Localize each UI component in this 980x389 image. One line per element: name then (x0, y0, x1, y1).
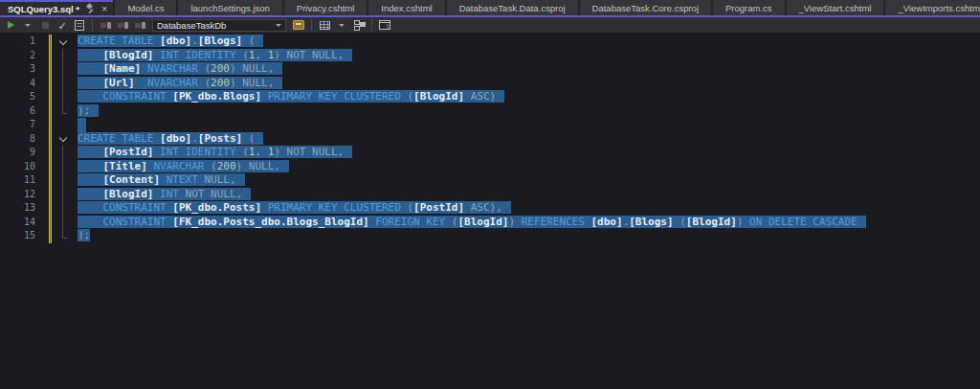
modified-indicator (49, 34, 52, 49)
disconnect-button[interactable] (115, 18, 130, 32)
code-line-1[interactable]: 1CREATE TABLE [dbo].[Blogs] ( (0, 34, 980, 49)
tab-label: SQLQuery3.sql * (8, 4, 79, 14)
code-line-6[interactable]: 6); (0, 104, 980, 119)
change-connection-icon (135, 21, 145, 30)
line-number: 9 (0, 146, 44, 160)
code-line-3[interactable]: 3 [Name] NVARCHAR (200) NULL, (0, 62, 980, 77)
change-tracking-bar (44, 173, 56, 188)
results-options-dropdown[interactable] (334, 18, 349, 32)
toolbar-separator (311, 19, 312, 31)
line-number: 8 (0, 132, 44, 147)
tab-viewstart-cshtml[interactable]: _ViewStart.cshtml (787, 0, 884, 15)
tab-label: Index.cshtml (381, 3, 432, 13)
code-line-14[interactable]: 14 CONSTRAINT [FK_dbo.Posts_dbo.Blogs_Bl… (0, 216, 980, 230)
tab-viewimports-cshtml[interactable]: _ViewImports.cshtml (885, 0, 980, 15)
change-tracking-bar (44, 104, 56, 119)
fold-collapse-icon[interactable] (56, 34, 71, 49)
tab-launchsettings-json[interactable]: launchSettings.json (178, 0, 281, 15)
chevron-down-icon (276, 24, 281, 27)
change-tracking-bar (44, 62, 56, 77)
tab-databasetask-data-csproj[interactable]: DatabaseTask.Data.csproj (447, 0, 578, 15)
change-tracking-bar (44, 216, 56, 230)
selection-highlight: CREATE TABLE [dbo].[Blogs] ( (78, 34, 263, 47)
database-selector-value: DatabaseTaskDb (157, 20, 276, 31)
selection-highlight: [PostId] INT IDENTITY (1, 1) NOT NULL, (78, 146, 352, 158)
cancel-query-button[interactable] (37, 18, 53, 32)
code-line-13[interactable]: 13 CONSTRAINT [PK_dbo.Posts] PRIMARY KEY… (0, 201, 980, 216)
fold-guide (56, 216, 71, 230)
database-selector[interactable]: DatabaseTaskDb (152, 19, 286, 32)
line-number: 15 (0, 229, 44, 243)
tab-sqlquery3-sql[interactable]: SQLQuery3.sql *× (0, 0, 113, 15)
selection-highlight: [Content] NTEXT NULL, (78, 173, 245, 186)
modified-indicator (49, 49, 52, 63)
parse-query-button[interactable] (55, 18, 70, 32)
change-tracking-bar (44, 201, 56, 216)
fold-guide (56, 104, 71, 119)
code-text (71, 118, 86, 132)
tab-databasetask-core-csproj[interactable]: DatabaseTask.Core.csproj (580, 0, 711, 15)
code-line-12[interactable]: 12 [BlogId] INT NOT NULL, (0, 188, 980, 202)
tab-privacy-cshtml[interactable]: Privacy.cshtml (284, 0, 368, 15)
code-line-15[interactable]: 15); (0, 229, 980, 243)
selection-highlight: [Title] NVARCHAR (200) NULL, (78, 160, 289, 172)
modified-indicator (49, 132, 52, 147)
line-number: 11 (0, 173, 44, 188)
fold-collapse-icon[interactable] (56, 132, 71, 147)
connect-icon (100, 21, 111, 30)
stop-icon (42, 22, 49, 29)
connect-button[interactable] (98, 18, 113, 32)
code-editor[interactable]: 1CREATE TABLE [dbo].[Blogs] (2 [BlogId] … (0, 33, 980, 387)
line-number: 5 (0, 90, 44, 104)
disconnect-icon (118, 21, 128, 30)
query-options-button[interactable] (72, 18, 87, 32)
code-line-2[interactable]: 2 [BlogId] INT IDENTITY (1, 1) NOT NULL, (0, 49, 980, 63)
code-line-7[interactable]: 7 (0, 118, 980, 132)
pin-icon[interactable] (86, 4, 96, 13)
change-connection-button[interactable] (132, 18, 147, 32)
change-tracking-bar (44, 77, 56, 91)
database-icon (293, 20, 304, 30)
selection-highlight: CONSTRAINT [PK_dbo.Blogs] PRIMARY KEY CL… (78, 90, 504, 103)
open-database-button[interactable] (291, 18, 306, 32)
code-text: CONSTRAINT [PK_dbo.Blogs] PRIMARY KEY CL… (71, 90, 504, 104)
execute-button[interactable] (3, 18, 18, 32)
selection-highlight: [Name] NVARCHAR (200) NULL, (78, 62, 282, 75)
fold-guide (56, 146, 71, 160)
tab-label: Model.cs (127, 3, 164, 13)
tab-model-cs[interactable]: Model.cs (115, 0, 176, 15)
code-line-10[interactable]: 10 [Title] NVARCHAR (200) NULL, (0, 160, 980, 174)
code-line-9[interactable]: 9 [PostId] INT IDENTITY (1, 1) NOT NULL, (0, 146, 980, 160)
checkmark-icon (57, 16, 66, 34)
change-tracking-bar (44, 118, 56, 132)
fold-guide (56, 229, 71, 243)
toolbar-separator (92, 19, 93, 31)
close-icon[interactable]: × (101, 4, 107, 13)
change-tracking-bar (44, 160, 56, 174)
modified-indicator (49, 146, 52, 160)
code-text: [Title] NVARCHAR (200) NULL, (71, 160, 289, 174)
execute-options-dropdown[interactable] (20, 18, 35, 32)
code-line-4[interactable]: 4 [Url] NVARCHAR (200) NULL, (0, 77, 980, 91)
fold-guide (56, 49, 71, 63)
code-line-5[interactable]: 5 CONSTRAINT [PK_dbo.Blogs] PRIMARY KEY … (0, 90, 980, 104)
change-tracking-bar (44, 49, 56, 63)
tab-label: Privacy.cshtml (297, 3, 355, 13)
fold-guide (56, 118, 71, 132)
line-number: 14 (0, 216, 44, 230)
execution-plan-button[interactable] (351, 18, 367, 32)
code-line-11[interactable]: 11 [Content] NTEXT NULL, (0, 173, 980, 188)
code-text: [PostId] INT IDENTITY (1, 1) NOT NULL, (71, 146, 352, 160)
results-grid-icon (320, 21, 330, 30)
query-window-options-button[interactable] (377, 18, 392, 32)
code-line-8[interactable]: 8CREATE TABLE [dbo].[Posts] ( (0, 132, 980, 147)
line-number: 2 (0, 49, 44, 63)
modified-indicator (49, 118, 52, 132)
tab-label: _ViewImports.cshtml (898, 3, 980, 13)
modified-indicator (49, 188, 52, 202)
results-to-grid-button[interactable] (317, 18, 332, 32)
line-number: 4 (0, 77, 44, 91)
tab-program-cs[interactable]: Program.cs (713, 0, 785, 15)
sql-editor-toolbar: DatabaseTaskDb (0, 17, 980, 33)
tab-index-cshtml[interactable]: Index.cshtml (368, 0, 444, 15)
